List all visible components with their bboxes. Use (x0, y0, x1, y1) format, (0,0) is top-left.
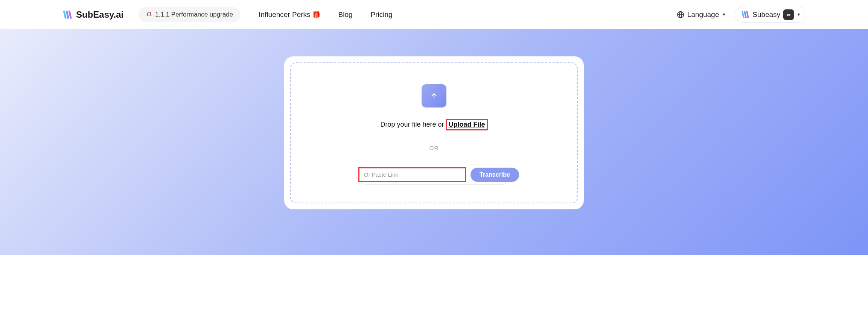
nav-blog[interactable]: Blog (338, 11, 353, 19)
logo-icon (62, 9, 72, 20)
promo-badge[interactable]: 1.1.1 Performance upgrade (139, 7, 241, 22)
bell-icon (146, 12, 152, 18)
chevron-down-icon: ▼ (722, 12, 726, 17)
upload-link-highlight: Upload File (446, 119, 488, 130)
globe-icon (677, 11, 684, 18)
discord-badge-icon: ∞ (783, 9, 794, 20)
gift-icon: 🎁 (312, 11, 320, 19)
language-button[interactable]: Language ▼ (677, 11, 726, 19)
user-avatar-icon (740, 10, 749, 19)
upload-dropzone[interactable]: Drop your file here or Upload File OR Tr… (290, 62, 578, 203)
right-nav: Language ▼ Subeasy ∞ ▼ (677, 7, 868, 23)
divider-line (445, 148, 468, 148)
chevron-down-icon: ▼ (797, 12, 801, 17)
nav-pricing[interactable]: Pricing (371, 11, 393, 19)
paste-link-input[interactable] (359, 168, 465, 181)
or-divider: OR (400, 145, 468, 151)
upload-text: Drop your file here or Upload File (380, 119, 487, 130)
nav: 1.1.1 Performance upgrade Influencer Per… (139, 7, 676, 22)
promo-text: 1.1.1 Performance upgrade (155, 11, 233, 18)
link-input-wrapper: Transcribe (356, 165, 512, 185)
nav-influencer[interactable]: Influencer Perks 🎁 (259, 11, 320, 19)
upload-card: Drop your file here or Upload File OR Tr… (284, 56, 584, 209)
upload-folder-icon (422, 84, 446, 107)
divider-line (400, 148, 423, 148)
nav-influencer-label: Influencer Perks (259, 11, 310, 19)
drop-text: Drop your file here or (380, 121, 446, 128)
user-menu[interactable]: Subeasy ∞ ▼ (735, 7, 806, 23)
logo[interactable]: SubEasy.ai (62, 9, 123, 20)
or-label: OR (429, 145, 439, 151)
user-name: Subeasy (752, 11, 780, 19)
hero-section: Drop your file here or Upload File OR Tr… (0, 29, 868, 255)
link-input-highlight (358, 167, 466, 182)
upload-file-link[interactable]: Upload File (449, 121, 485, 128)
header-content: SubEasy.ai 1.1.1 Performance upgrade Inf… (0, 7, 868, 23)
svg-point-0 (150, 12, 151, 14)
language-label: Language (687, 11, 719, 19)
upload-arrow-icon (430, 91, 438, 100)
header: SubEasy.ai 1.1.1 Performance upgrade Inf… (0, 0, 868, 29)
transcribe-button[interactable]: Transcribe (471, 168, 519, 182)
brand-name: SubEasy.ai (76, 9, 123, 20)
